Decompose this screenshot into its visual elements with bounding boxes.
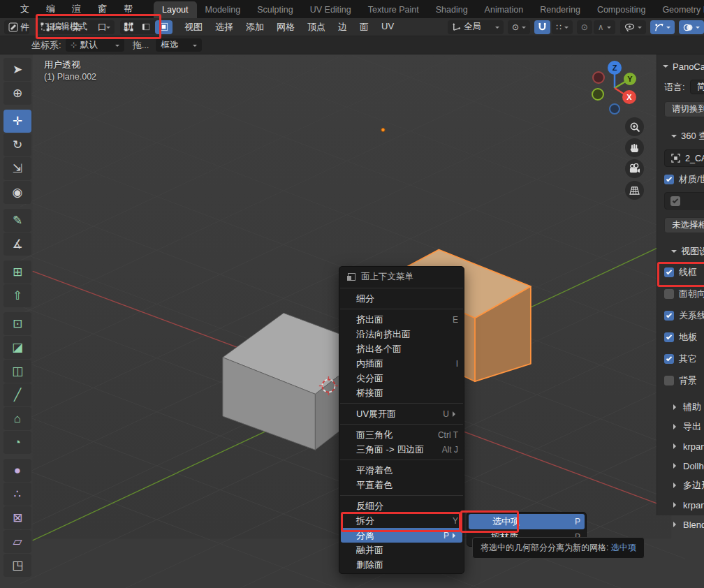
menu-item-5[interactable]: 内插面I (339, 356, 464, 371)
camera-select-button[interactable]: 2_CAM (664, 149, 704, 167)
menu-item-12[interactable]: 三角面 -> 四边面Alt J (339, 442, 464, 457)
tool-rip-region[interactable]: ◳ (3, 554, 31, 577)
tool-annotate[interactable]: ✎ (3, 209, 31, 232)
proportional-editing-button[interactable]: ⊙ (577, 20, 592, 34)
transform-orientation-dropdown[interactable]: 全局 (448, 20, 504, 34)
gizmo-negative-x-axis[interactable] (592, 71, 605, 84)
view-option-5[interactable]: 背景 (657, 374, 704, 387)
tab-rendering[interactable]: Rendering (531, 1, 589, 18)
menu-item-19[interactable]: 分离P (341, 528, 462, 543)
tool-extrude-region[interactable]: ⇧ (3, 284, 31, 307)
sub-checkbox-checked-icon[interactable] (670, 196, 680, 206)
tab-layout[interactable]: Layout (154, 1, 197, 18)
menu-item-17[interactable]: 反细分 (339, 499, 464, 513)
tool-spin[interactable]: ◔ (3, 431, 31, 454)
tool-knife[interactable]: ╱ (3, 383, 31, 406)
select-tool-dropdown[interactable]: 框选 (156, 38, 202, 52)
submenu-item-0[interactable]: 选中项P (469, 514, 585, 529)
perspective-toggle-button[interactable] (625, 181, 644, 200)
tool-add-cube[interactable]: ⊞ (3, 260, 31, 284)
menu-item-6[interactable]: 尖分面 (339, 371, 464, 385)
language-dropdown[interactable]: 简 (690, 80, 704, 94)
view-option-1[interactable]: 面朝向 (657, 288, 704, 300)
pan-button[interactable] (625, 138, 644, 157)
collapsed-section-1[interactable]: 导出 (657, 419, 704, 434)
collapsed-section-3[interactable]: Dollhou (657, 458, 704, 473)
falloff-dropdown[interactable]: ∧ (594, 20, 615, 34)
show-overlays-toggle[interactable] (679, 20, 704, 34)
no-camera-button[interactable]: 未选择相机 (664, 217, 704, 233)
tab-geometry-nodes[interactable]: Geometry Nodes (654, 1, 704, 18)
tab-uv-editing[interactable]: UV Editing (302, 1, 360, 18)
tool-smooth[interactable]: ● (3, 459, 31, 482)
gizmo-y-axis[interactable]: Y (624, 73, 636, 85)
collapsed-section-4[interactable]: 多边形 (657, 478, 704, 493)
panel-header-panocam[interactable]: PanoCama (657, 59, 704, 74)
tool-randomize[interactable]: ∴ (3, 483, 31, 506)
view-option-2[interactable]: 关系线 (657, 309, 704, 322)
section-header-view-settings[interactable]: 视图设 (657, 244, 704, 259)
checkbox-unchecked-icon[interactable] (664, 289, 674, 299)
menu-item-2[interactable]: 挤出面E (339, 312, 464, 327)
tool-select-box[interactable]: ➤ (3, 58, 31, 81)
checkbox-checked-icon[interactable] (664, 354, 674, 364)
snap-toggle-button[interactable] (534, 20, 550, 34)
checkbox-checked-icon[interactable] (664, 175, 674, 184)
checkbox-unchecked-icon[interactable] (664, 376, 674, 385)
view-option-0[interactable]: 线框 (657, 266, 704, 279)
menu-item-14[interactable]: 平滑着色 (339, 463, 464, 478)
tool-loop-cut[interactable]: ◫ (3, 360, 31, 383)
view-option-4[interactable]: 其它 (657, 353, 704, 365)
menu-4[interactable]: 帮助 (115, 0, 141, 18)
tool-scale[interactable]: ⇲ (3, 157, 31, 180)
gizmo-negative-y-axis[interactable] (592, 88, 604, 101)
tool-measure[interactable]: ∡ (3, 233, 31, 256)
tool-bevel[interactable]: ◪ (3, 336, 31, 359)
menu-item-21[interactable]: 删除面 (339, 557, 464, 572)
coordinate-system-dropdown[interactable]: ⊹ 默认 (66, 38, 124, 52)
menu-item-11[interactable]: 面三角化Ctrl T (339, 427, 464, 442)
menu-item-18[interactable]: 拆分Y (339, 513, 464, 528)
viewport-menu-4[interactable]: 顶点 (301, 21, 332, 34)
tab-compositing[interactable]: Compositing (589, 1, 654, 18)
viewport-menu-0[interactable]: 视图 (178, 21, 209, 34)
tool-inset-faces[interactable]: ⊡ (3, 312, 31, 335)
tab-animation[interactable]: Animation (476, 1, 532, 18)
visibility-dropdown[interactable] (620, 20, 646, 34)
zoom-button[interactable] (625, 117, 644, 136)
view-option-3[interactable]: 地板 (657, 331, 704, 344)
tool-transform[interactable]: ◉ (3, 181, 31, 204)
menu-0[interactable]: 文件 (12, 0, 38, 18)
checkbox-checked-icon[interactable] (664, 332, 674, 342)
viewport-menu-5[interactable]: 边 (332, 21, 353, 34)
camera-view-button[interactable] (625, 159, 644, 178)
tool-cursor-3d[interactable]: ⊕ (3, 82, 31, 105)
tool-shear[interactable]: ▱ (3, 530, 31, 553)
navigation-gizmo[interactable]: Z Y X (587, 60, 650, 123)
menu-item-15[interactable]: 平直着色 (339, 478, 464, 492)
material-world-checkbox-row[interactable]: 材质/世界 (657, 173, 704, 186)
menu-item-7[interactable]: 桥接面 (339, 385, 464, 400)
edge-select-button[interactable] (138, 20, 155, 34)
tab-sculpting[interactable]: Sculpting (249, 1, 301, 18)
viewport-menu-2[interactable]: 添加 (240, 21, 270, 34)
viewport-menu-7[interactable]: UV (375, 21, 400, 34)
gizmo-z-axis[interactable]: Z (608, 61, 622, 75)
menu-2[interactable]: 渲染 (64, 0, 89, 18)
drag-label[interactable]: 拖... (133, 39, 149, 52)
snap-settings-dropdown[interactable]: ∷ (552, 20, 573, 34)
switch-language-button[interactable]: 请切换到对 (664, 101, 704, 117)
tab-texture-paint[interactable]: Texture Paint (360, 1, 427, 18)
viewport-menu-6[interactable]: 面 (353, 21, 375, 34)
pivot-point-dropdown[interactable]: ⊙ (508, 20, 530, 34)
viewport-menu-3[interactable]: 网格 (270, 21, 301, 34)
section-header-360[interactable]: 360 查 (657, 128, 704, 144)
gizmo-negative-z-axis[interactable] (609, 103, 620, 115)
collapsed-section-5[interactable]: krpano (657, 497, 704, 513)
menu-item-4[interactable]: 挤出各个面 (339, 341, 464, 356)
checkbox-checked-icon[interactable] (664, 267, 674, 277)
gizmo-x-axis[interactable]: X (622, 90, 636, 104)
face-select-button[interactable] (155, 20, 173, 34)
tool-shrink-fatten[interactable]: ⊠ (3, 506, 31, 529)
menu-3[interactable]: 窗口 (89, 0, 115, 18)
